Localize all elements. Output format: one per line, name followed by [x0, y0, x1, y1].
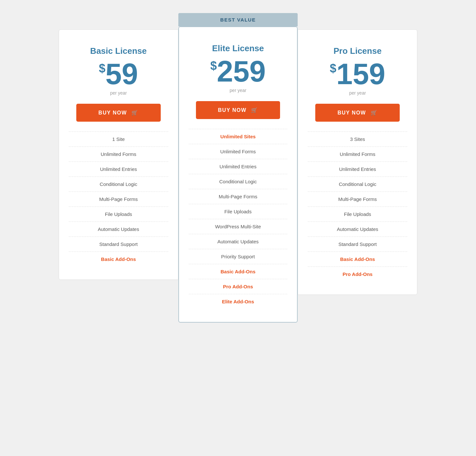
feature-item: Unlimited Forms — [308, 146, 407, 161]
feature-item: Standard Support — [308, 236, 407, 251]
feature-item: Pro Add-Ons — [308, 266, 407, 281]
feature-item: Conditional Logic — [69, 176, 168, 191]
price-row-basic: $59 — [69, 59, 168, 89]
feature-item: Basic Add-Ons — [308, 251, 407, 266]
plan-name-basic: Basic License — [69, 46, 168, 56]
feature-item: Priority Support — [189, 249, 288, 264]
feature-item: File Uploads — [69, 206, 168, 221]
feature-item: File Uploads — [189, 204, 288, 219]
cart-icon: 🛒 — [131, 110, 139, 116]
price-amount-basic: 59 — [105, 59, 138, 89]
buy-button-pro[interactable]: BUY NOW 🛒 — [315, 104, 400, 122]
cart-icon: 🛒 — [251, 107, 258, 113]
price-amount-pro: 159 — [336, 59, 385, 89]
feature-item: Unlimited Forms — [189, 144, 288, 159]
best-value-banner: BEST VALUE — [178, 13, 298, 26]
feature-item: 3 Sites — [308, 131, 407, 146]
feature-item: Unlimited Entries — [69, 161, 168, 176]
feature-item: 1 Site — [69, 131, 168, 146]
feature-item: Multi-Page Forms — [69, 191, 168, 206]
feature-item: Basic Add-Ons — [189, 264, 288, 279]
feature-item: Automatic Updates — [69, 221, 168, 236]
feature-item: Conditional Logic — [189, 174, 288, 189]
feature-item: Automatic Updates — [308, 221, 407, 236]
feature-item: Automatic Updates — [189, 234, 288, 249]
plan-card-elite: Elite License$259per yearBUY NOW 🛒Unlimi… — [178, 26, 298, 323]
price-dollar-elite: $ — [210, 60, 217, 72]
price-row-pro: $159 — [308, 59, 407, 89]
price-amount-elite: 259 — [217, 57, 266, 86]
feature-item: WordPress Multi-Site — [189, 219, 288, 234]
per-year-elite: per year — [189, 88, 288, 93]
feature-item: Elite Add-Ons — [189, 294, 288, 309]
plan-card-basic: Basic License$59per yearBUY NOW 🛒1 SiteU… — [59, 29, 178, 280]
plan-card-pro: Pro License$159per yearBUY NOW 🛒3 SitesU… — [298, 29, 417, 295]
feature-item: Unlimited Entries — [189, 159, 288, 174]
feature-item: Multi-Page Forms — [308, 191, 407, 206]
pricing-container: Basic License$59per yearBUY NOW 🛒1 SiteU… — [59, 13, 417, 323]
feature-item: File Uploads — [308, 206, 407, 221]
feature-item: Basic Add-Ons — [69, 251, 168, 266]
per-year-pro: per year — [308, 90, 407, 96]
price-dollar-basic: $ — [99, 63, 105, 74]
features-list-basic: 1 SiteUnlimited FormsUnlimited EntriesCo… — [69, 131, 168, 266]
feature-item: Unlimited Entries — [308, 161, 407, 176]
features-list-pro: 3 SitesUnlimited FormsUnlimited EntriesC… — [308, 131, 407, 281]
cart-icon: 🛒 — [371, 110, 378, 116]
plan-name-pro: Pro License — [308, 46, 407, 56]
feature-item: Standard Support — [69, 236, 168, 251]
feature-item: Pro Add-Ons — [189, 279, 288, 294]
feature-item: Unlimited Sites — [189, 129, 288, 144]
buy-button-elite[interactable]: BUY NOW 🛒 — [196, 101, 280, 119]
feature-item: Conditional Logic — [308, 176, 407, 191]
features-list-elite: Unlimited SitesUnlimited FormsUnlimited … — [189, 129, 288, 309]
per-year-basic: per year — [69, 90, 168, 96]
feature-item: Multi-Page Forms — [189, 189, 288, 204]
buy-button-basic[interactable]: BUY NOW 🛒 — [76, 104, 161, 122]
price-row-elite: $259 — [189, 57, 288, 86]
price-dollar-pro: $ — [330, 63, 336, 74]
feature-item: Unlimited Forms — [69, 146, 168, 161]
plan-name-elite: Elite License — [189, 43, 288, 53]
